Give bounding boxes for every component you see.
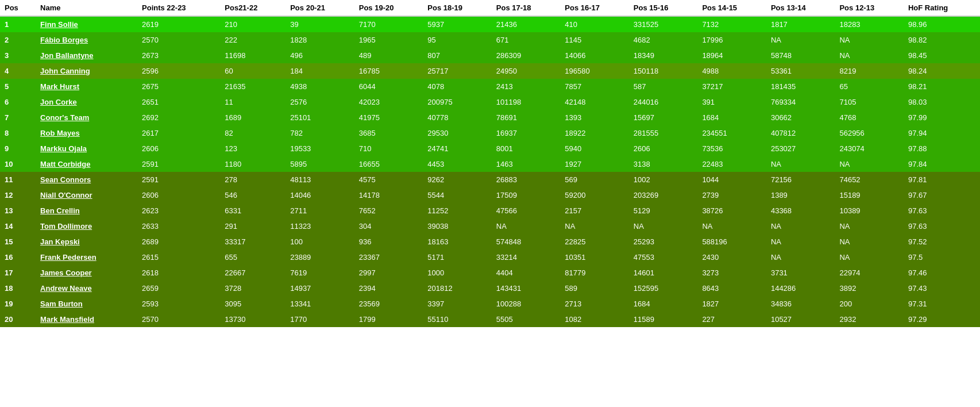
points-cell: 2689 bbox=[137, 234, 220, 249]
hof-cell: 97.5 bbox=[904, 249, 980, 265]
pos1213-cell: NA bbox=[835, 218, 904, 234]
player-link[interactable]: Conor's Team bbox=[40, 113, 89, 122]
player-link[interactable]: Ben Crellin bbox=[40, 206, 80, 215]
header-pos1314: Pos 13-14 bbox=[766, 0, 835, 16]
hof-cell: 97.46 bbox=[904, 265, 980, 281]
pos1415-cell: 22483 bbox=[697, 156, 766, 172]
pos1415-cell: 3273 bbox=[697, 265, 766, 281]
name-cell: Niall O'Connor bbox=[36, 187, 137, 203]
player-link[interactable]: Mark Hurst bbox=[40, 82, 79, 91]
pos1213-cell: 15189 bbox=[835, 187, 904, 203]
hof-cell: 98.03 bbox=[904, 94, 980, 110]
pos1314-cell: NA bbox=[766, 156, 835, 172]
player-link[interactable]: Niall O'Connor bbox=[40, 191, 92, 199]
pos1617-cell: 81779 bbox=[560, 265, 629, 281]
pos2122-cell: 13730 bbox=[220, 312, 285, 327]
pos1213-cell: 74652 bbox=[835, 172, 904, 187]
pos1718-cell: 101198 bbox=[492, 94, 561, 110]
points-cell: 2615 bbox=[137, 249, 220, 265]
pos1314-cell: 1817 bbox=[766, 16, 835, 32]
pos2021-cell: 39 bbox=[285, 16, 354, 32]
pos1819-cell: 5937 bbox=[423, 16, 492, 32]
points-cell: 2570 bbox=[137, 32, 220, 48]
player-link[interactable]: Frank Pedersen bbox=[40, 253, 97, 262]
pos1516-cell: 25293 bbox=[629, 234, 698, 249]
pos1314-cell: 181435 bbox=[766, 79, 835, 94]
pos1819-cell: 201812 bbox=[423, 281, 492, 296]
points-cell: 2659 bbox=[137, 281, 220, 296]
name-cell: Tom Dollimore bbox=[36, 218, 137, 234]
pos1415-cell: 1827 bbox=[697, 296, 766, 312]
pos1920-cell: 7170 bbox=[354, 16, 423, 32]
table-row: 9Markku Ojala260612319533710247418001594… bbox=[0, 141, 980, 156]
pos1617-cell: 2713 bbox=[560, 296, 629, 312]
pos1314-cell: 43368 bbox=[766, 203, 835, 218]
pos2021-cell: 4938 bbox=[285, 79, 354, 94]
pos1415-cell: 18964 bbox=[697, 48, 766, 63]
player-link[interactable]: John Canning bbox=[40, 67, 90, 75]
pos1213-cell: NA bbox=[835, 249, 904, 265]
pos1516-cell: 15697 bbox=[629, 110, 698, 125]
pos1617-cell: 59200 bbox=[560, 187, 629, 203]
pos2021-cell: 184 bbox=[285, 63, 354, 79]
player-link[interactable]: Mark Mansfield bbox=[40, 315, 94, 324]
player-link[interactable]: James Cooper bbox=[40, 268, 92, 277]
player-link[interactable]: Jon Corke bbox=[40, 98, 77, 106]
player-link[interactable]: Markku Ojala bbox=[40, 144, 87, 153]
pos-cell: 13 bbox=[0, 203, 36, 218]
pos2122-cell: 222 bbox=[220, 32, 285, 48]
pos2122-cell: 123 bbox=[220, 141, 285, 156]
pos1718-cell: 5505 bbox=[492, 312, 561, 327]
pos1617-cell: 410 bbox=[560, 16, 629, 32]
pos2122-cell: 33317 bbox=[220, 234, 285, 249]
pos1516-cell: 3138 bbox=[629, 156, 698, 172]
player-link[interactable]: Finn Sollie bbox=[40, 20, 78, 29]
pos1516-cell: 150118 bbox=[629, 63, 698, 79]
pos1718-cell: 26883 bbox=[492, 172, 561, 187]
pos1819-cell: 24741 bbox=[423, 141, 492, 156]
pos1314-cell: 72156 bbox=[766, 172, 835, 187]
header-name: Name bbox=[36, 0, 137, 16]
rankings-table: Pos Name Points 22-23 Pos21-22 Pos 20-21… bbox=[0, 0, 980, 327]
hof-cell: 98.82 bbox=[904, 32, 980, 48]
pos1314-cell: 253027 bbox=[766, 141, 835, 156]
pos2021-cell: 11323 bbox=[285, 218, 354, 234]
pos1819-cell: 25717 bbox=[423, 63, 492, 79]
pos1213-cell: NA bbox=[835, 156, 904, 172]
player-link[interactable]: Sam Burton bbox=[40, 300, 83, 308]
player-link[interactable]: Jan Kępski bbox=[40, 237, 80, 246]
pos1516-cell: NA bbox=[629, 218, 698, 234]
pos1314-cell: 144286 bbox=[766, 281, 835, 296]
player-link[interactable]: Sean Connors bbox=[40, 175, 91, 184]
points-cell: 2651 bbox=[137, 94, 220, 110]
name-cell: Rob Mayes bbox=[36, 125, 137, 141]
header-pos: Pos bbox=[0, 0, 36, 16]
pos1920-cell: 4575 bbox=[354, 172, 423, 187]
table-row: 3Jon Ballantyne2673116984964898072863091… bbox=[0, 48, 980, 63]
table-row: 1Finn Sollie2619210397170593721436410331… bbox=[0, 16, 980, 32]
pos1617-cell: 7857 bbox=[560, 79, 629, 94]
pos1617-cell: 1145 bbox=[560, 32, 629, 48]
player-link[interactable]: Andrew Neave bbox=[40, 284, 92, 293]
pos-cell: 4 bbox=[0, 63, 36, 79]
header-pos1617: Pos 16-17 bbox=[560, 0, 629, 16]
pos1516-cell: 244016 bbox=[629, 94, 698, 110]
pos1617-cell: 22825 bbox=[560, 234, 629, 249]
pos1920-cell: 42023 bbox=[354, 94, 423, 110]
pos1920-cell: 936 bbox=[354, 234, 423, 249]
pos1920-cell: 3685 bbox=[354, 125, 423, 141]
player-link[interactable]: Jon Ballantyne bbox=[40, 51, 93, 60]
player-link[interactable]: Fábio Borges bbox=[40, 36, 88, 44]
pos1718-cell: NA bbox=[492, 218, 561, 234]
table-row: 7Conor's Team269216892510141975407787869… bbox=[0, 110, 980, 125]
player-link[interactable]: Matt Corbidge bbox=[40, 160, 90, 168]
name-cell: Finn Sollie bbox=[36, 16, 137, 32]
pos1314-cell: 769334 bbox=[766, 94, 835, 110]
pos1718-cell: 78691 bbox=[492, 110, 561, 125]
player-link[interactable]: Rob Mayes bbox=[40, 129, 80, 137]
pos1920-cell: 1799 bbox=[354, 312, 423, 327]
pos1819-cell: 9262 bbox=[423, 172, 492, 187]
table-row: 5Mark Hurst26752163549386044407824137857… bbox=[0, 79, 980, 94]
player-link[interactable]: Tom Dollimore bbox=[40, 222, 92, 231]
table-row: 20Mark Mansfield257013730177017995511055… bbox=[0, 312, 980, 327]
